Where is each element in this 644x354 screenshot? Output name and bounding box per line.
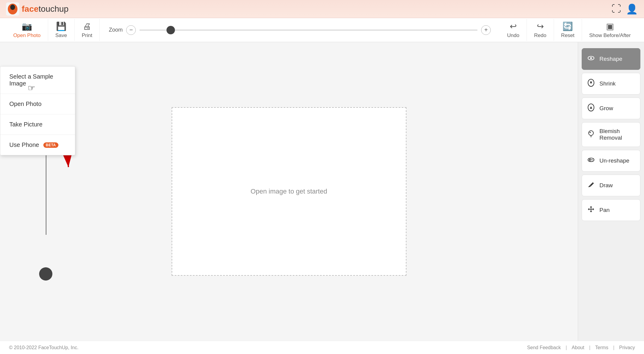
print-button[interactable]: 🖨 Print: [75, 19, 100, 41]
reshape-tool-label: Reshape: [599, 56, 622, 62]
show-before-after-button[interactable]: ▣ Show Before/After: [582, 19, 638, 41]
logo-icon: [6, 2, 19, 16]
canvas-area: Select a Sample Image Open Photo Take Pi…: [0, 42, 578, 341]
canvas-placeholder: Open image to get started: [172, 107, 406, 276]
save-icon: 💾: [56, 21, 67, 31]
copyright-text: © 2010-2022 FaceTouchUp, Inc.: [9, 345, 79, 350]
pan-icon: [587, 205, 595, 215]
print-icon: 🖨: [83, 21, 91, 31]
beta-badge: BETA: [43, 142, 58, 148]
pan-tool-label: Pan: [599, 207, 610, 213]
tools-panel: Reshape Shrink Grow Blemish Removal: [578, 42, 644, 341]
open-photo-icon: 📷: [22, 21, 32, 31]
zoom-plus-button[interactable]: +: [481, 25, 491, 35]
pin-indicator: [39, 267, 52, 281]
fullscreen-button[interactable]: ⛶: [611, 3, 621, 14]
app-header: facetouchup ⛶ 👤: [0, 0, 644, 18]
shrink-tool-button[interactable]: Shrink: [582, 73, 640, 95]
logo-text: facetouchup: [22, 4, 69, 14]
account-button[interactable]: 👤: [626, 3, 638, 15]
zoom-thumb[interactable]: [166, 26, 175, 34]
dropdown-item-label: Take Picture: [9, 121, 42, 128]
undo-button[interactable]: ↩ Undo: [500, 19, 527, 41]
fullscreen-icon: ⛶: [611, 3, 621, 14]
reset-button[interactable]: 🔄 Reset: [554, 19, 582, 41]
shrink-tool-label: Shrink: [599, 80, 616, 87]
reshape-tool-button[interactable]: Reshape: [582, 48, 640, 70]
open-photo-dropdown: Select a Sample Image Open Photo Take Pi…: [0, 66, 75, 155]
blemish-removal-tool-button[interactable]: Blemish Removal: [582, 122, 640, 147]
shrink-icon: [587, 79, 595, 89]
main-area: Select a Sample Image Open Photo Take Pi…: [0, 42, 644, 341]
undo-icon: ↩: [510, 21, 517, 31]
dropdown-item-label: Select a Sample Image: [9, 73, 66, 87]
reset-icon: 🔄: [562, 21, 573, 31]
zoom-label: Zoom: [109, 27, 123, 33]
grow-tool-label: Grow: [599, 105, 613, 112]
un-reshape-tool-button[interactable]: Un-reshape: [582, 150, 640, 172]
svg-point-11: [589, 131, 593, 135]
blemish-removal-tool-label: Blemish Removal: [599, 128, 635, 141]
about-link[interactable]: About: [572, 345, 584, 350]
privacy-link[interactable]: Privacy: [619, 345, 635, 350]
zoom-control: Zoom − +: [100, 25, 500, 35]
dropdown-select-sample[interactable]: Select a Sample Image: [0, 67, 75, 94]
blemish-removal-icon: [587, 129, 595, 140]
un-reshape-tool-label: Un-reshape: [599, 157, 629, 164]
svg-point-13: [590, 132, 591, 133]
svg-point-8: [590, 57, 592, 59]
zoom-minus-button[interactable]: −: [126, 25, 136, 35]
before-after-icon: ▣: [606, 21, 614, 31]
dropdown-take-picture[interactable]: Take Picture: [0, 114, 75, 135]
toolbar: 📷 Open Photo 💾 Save 🖨 Print Zoom − + ↩ U…: [0, 18, 644, 42]
save-button[interactable]: 💾 Save: [48, 19, 75, 41]
grow-icon: [587, 103, 595, 113]
open-photo-button[interactable]: 📷 Open Photo: [6, 19, 48, 41]
header-actions: ⛶ 👤: [611, 3, 638, 15]
terms-link[interactable]: Terms: [595, 345, 608, 350]
pan-tool-button[interactable]: Pan: [582, 199, 640, 221]
footer: © 2010-2022 FaceTouchUp, Inc. Send Feedb…: [0, 341, 644, 354]
toolbar-right-actions: ↩ Undo ↪ Redo 🔄 Reset ▣ Show Before/Afte…: [500, 19, 638, 41]
zoom-track[interactable]: [139, 30, 478, 31]
draw-icon: [587, 180, 595, 191]
dropdown-open-photo[interactable]: Open Photo: [0, 94, 75, 114]
draw-tool-button[interactable]: Draw: [582, 175, 640, 196]
redo-icon: ↪: [537, 21, 544, 31]
redo-button[interactable]: ↪ Redo: [527, 19, 554, 41]
svg-point-2: [10, 5, 15, 10]
send-feedback-link[interactable]: Send Feedback: [527, 345, 561, 350]
logo: facetouchup: [6, 2, 69, 16]
draw-tool-label: Draw: [599, 182, 613, 189]
dropdown-item-label: Use Phone: [9, 141, 39, 148]
account-icon: 👤: [626, 4, 638, 14]
grow-tool-button[interactable]: Grow: [582, 98, 640, 119]
reshape-icon: [587, 54, 595, 64]
footer-links: Send Feedback | About | Terms | Privacy: [527, 345, 635, 350]
dropdown-item-label: Open Photo: [9, 101, 42, 107]
un-reshape-icon: [587, 156, 595, 166]
dropdown-use-phone[interactable]: Use Phone BETA: [0, 135, 75, 155]
